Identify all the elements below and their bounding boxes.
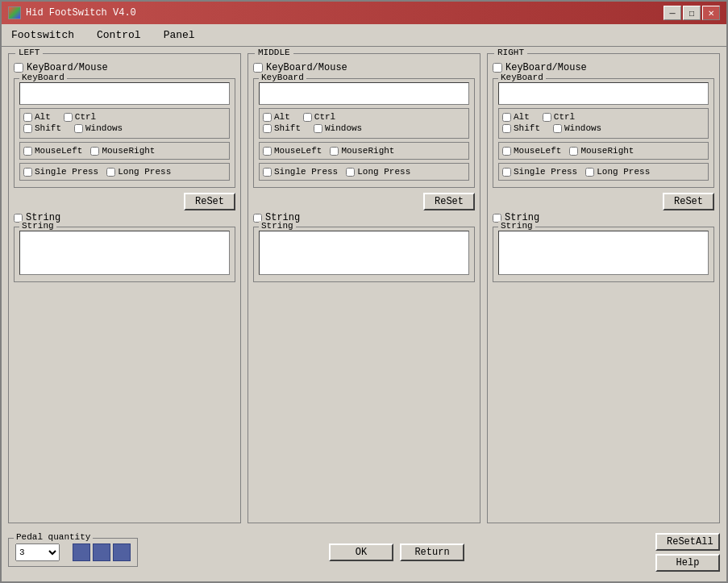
ok-button[interactable]: OK	[329, 543, 393, 561]
middle-panel: MIDDLE KeyBoard/Mouse KeyBoard Alt	[248, 53, 480, 523]
middle-modifier-row-1: Alt Ctrl	[263, 112, 465, 122]
left-modifier-keys-box: Alt Ctrl Shift	[19, 108, 230, 139]
right-longpress-checkbox[interactable]	[585, 168, 594, 177]
right-shift-cb: Shift	[502, 123, 540, 133]
pedal-quantity-select[interactable]: 1 2 3	[15, 543, 60, 561]
left-panel: LEFT KeyBoard/Mouse KeyBoard Alt	[8, 53, 241, 523]
right-keyboard-group: KeyBoard Alt Ctrl	[493, 78, 714, 188]
middle-mouse-box: MouseLeft MouseRight	[259, 142, 469, 160]
right-mouseright-cb: MouseRight	[569, 146, 634, 156]
left-modifier-row-1: Alt Ctrl	[23, 112, 226, 122]
main-content: LEFT KeyBoard/Mouse KeyBoard Alt	[2, 47, 726, 581]
right-mouseright-label: MouseRight	[580, 146, 634, 156]
middle-longpress-cb: Long Press	[346, 167, 410, 177]
left-windows-checkbox[interactable]	[74, 124, 83, 133]
action-buttons: OK Return	[144, 543, 649, 561]
menu-footswitch[interactable]: Footswitch	[8, 27, 77, 43]
left-longpress-checkbox[interactable]	[106, 168, 115, 177]
left-mouseleft-cb: MouseLeft	[23, 146, 82, 156]
maximize-button[interactable]: □	[683, 6, 701, 20]
middle-mouseright-label: MouseRight	[341, 146, 394, 156]
middle-press-box: Single Press Long Press	[259, 163, 469, 181]
left-press-box: Single Press Long Press	[19, 163, 230, 181]
right-alt-label: Alt	[514, 112, 530, 122]
right-windows-label: Windows	[564, 123, 601, 133]
right-windows-checkbox[interactable]	[553, 124, 562, 133]
right-mouseleft-cb: MouseLeft	[502, 146, 561, 156]
middle-longpress-label: Long Press	[357, 167, 410, 177]
middle-singlepress-checkbox[interactable]	[263, 168, 272, 177]
left-string-group: String	[14, 227, 235, 282]
right-reset-button[interactable]: ReSet	[663, 193, 714, 210]
left-windows-label: Windows	[85, 123, 123, 133]
left-singlepress-label: Single Press	[35, 167, 98, 177]
middle-longpress-checkbox[interactable]	[346, 168, 355, 177]
left-ctrl-checkbox[interactable]	[64, 113, 73, 122]
right-mouseleft-checkbox[interactable]	[502, 147, 511, 156]
middle-reset-row: ReSet	[253, 193, 475, 210]
middle-mouseleft-label: MouseLeft	[274, 146, 322, 156]
left-string-textarea[interactable]	[19, 231, 230, 275]
left-singlepress-checkbox[interactable]	[23, 168, 32, 177]
menu-bar: Footswitch Control Panel	[2, 24, 726, 47]
middle-mouseright-checkbox[interactable]	[330, 147, 339, 156]
left-keyboard-input[interactable]	[19, 82, 230, 105]
menu-panel[interactable]: Panel	[160, 27, 198, 43]
left-alt-checkbox[interactable]	[23, 113, 32, 122]
right-mouseright-checkbox[interactable]	[569, 147, 578, 156]
left-keyboard-legend: KeyBoard	[19, 73, 67, 82]
right-mouseleft-label: MouseLeft	[514, 146, 561, 156]
middle-mouseleft-checkbox[interactable]	[263, 147, 272, 156]
title-controls: ─ □ ✕	[664, 6, 720, 20]
help-button[interactable]: Help	[655, 554, 720, 572]
right-keyboard-legend: KeyBoard	[498, 73, 546, 82]
middle-shift-label: Shift	[274, 123, 301, 133]
middle-reset-button[interactable]: ReSet	[423, 193, 475, 210]
title-bar: Hid FootSwitch V4.0 ─ □ ✕	[2, 2, 726, 24]
right-mouse-box: MouseLeft MouseRight	[498, 142, 709, 160]
middle-modifier-keys-box: Alt Ctrl Shift	[259, 108, 469, 139]
right-panel: RIGHT KeyBoard/Mouse KeyBoard Alt	[487, 53, 720, 523]
left-alt-label: Alt	[35, 112, 51, 122]
right-ctrl-checkbox[interactable]	[543, 113, 551, 122]
left-modifier-row-2: Shift Windows	[23, 123, 226, 133]
right-modifier-row-1: Alt Ctrl	[502, 112, 705, 122]
middle-keyboard-group: KeyBoard Alt Ctrl	[253, 78, 475, 188]
middle-alt-checkbox[interactable]	[263, 113, 272, 122]
minimize-button[interactable]: ─	[664, 6, 681, 20]
middle-ctrl-checkbox[interactable]	[303, 113, 312, 122]
left-shift-checkbox[interactable]	[23, 124, 32, 133]
return-button[interactable]: Return	[400, 543, 464, 561]
middle-string-textarea[interactable]	[259, 231, 469, 275]
right-modifier-keys-box: Alt Ctrl Shift	[498, 108, 709, 139]
left-mouseright-checkbox[interactable]	[90, 147, 99, 156]
left-mouseright-cb: MouseRight	[90, 146, 155, 156]
left-longpress-label: Long Press	[118, 167, 171, 177]
right-singlepress-cb: Single Press	[502, 167, 577, 177]
left-longpress-cb: Long Press	[106, 167, 171, 177]
right-string-textarea[interactable]	[498, 231, 709, 275]
left-reset-button[interactable]: ReSet	[184, 193, 235, 210]
right-keyboard-input[interactable]	[498, 82, 709, 105]
left-singlepress-cb: Single Press	[23, 167, 98, 177]
middle-shift-checkbox[interactable]	[263, 124, 272, 133]
left-keyboard-mouse-checkbox[interactable]	[14, 63, 23, 73]
app-icon	[8, 6, 21, 19]
right-alt-checkbox[interactable]	[502, 113, 511, 122]
right-shift-checkbox[interactable]	[502, 124, 511, 133]
middle-keyboard-mouse-checkbox[interactable]	[253, 63, 263, 73]
middle-windows-checkbox[interactable]	[314, 124, 322, 133]
middle-keyboard-input[interactable]	[259, 82, 469, 105]
right-singlepress-checkbox[interactable]	[502, 168, 511, 177]
close-button[interactable]: ✕	[702, 6, 720, 20]
left-string-group-legend: String	[19, 221, 56, 231]
middle-keyboard-mouse-label: KeyBoard/Mouse	[266, 62, 347, 73]
menu-control[interactable]: Control	[94, 27, 144, 43]
pedal-quantity-legend: Pedal quantity	[14, 532, 93, 542]
window-title: Hid FootSwitch V4.0	[26, 7, 136, 19]
right-keyboard-mouse-checkbox[interactable]	[493, 63, 502, 73]
right-buttons: ReSetAll Help	[655, 533, 720, 572]
left-panel-legend: LEFT	[15, 48, 43, 57]
reset-all-button[interactable]: ReSetAll	[655, 533, 720, 551]
left-mouseleft-checkbox[interactable]	[23, 147, 32, 156]
